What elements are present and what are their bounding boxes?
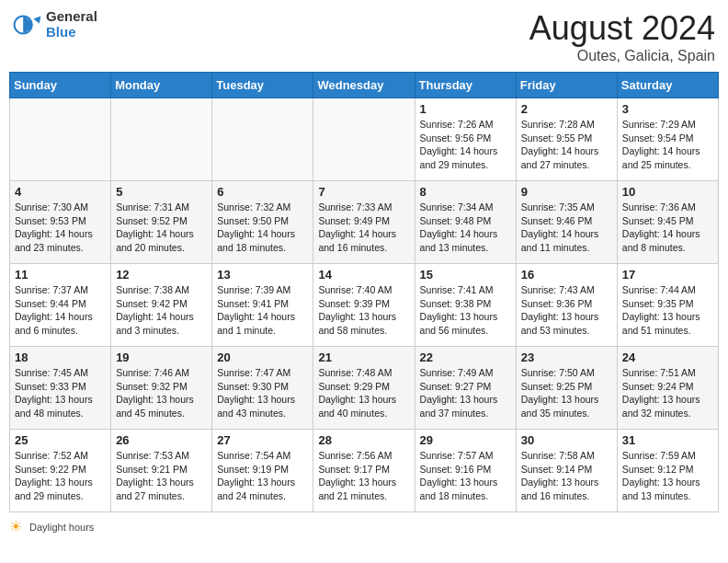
day-number: 18 [15,350,106,364]
day-number: 31 [622,433,713,447]
footer-note: ☀ Daylight hours [9,518,719,535]
calendar-cell: 30Sunrise: 7:58 AM Sunset: 9:14 PM Dayli… [516,430,617,512]
calendar-cell: 19Sunrise: 7:46 AM Sunset: 9:32 PM Dayli… [111,347,212,430]
day-number: 15 [420,268,511,282]
day-header-saturday: Saturday [617,73,718,98]
week-row-1: 1Sunrise: 7:26 AM Sunset: 9:56 PM Daylig… [10,98,719,181]
day-info: Sunrise: 7:41 AM Sunset: 9:38 PM Dayligh… [420,283,511,338]
day-info: Sunrise: 7:26 AM Sunset: 9:56 PM Dayligh… [420,118,511,172]
day-number: 30 [521,433,612,447]
day-info: Sunrise: 7:33 AM Sunset: 9:49 PM Dayligh… [318,201,409,255]
calendar-header: SundayMondayTuesdayWednesdayThursdayFrid… [10,73,719,98]
day-number: 1 [420,102,511,116]
calendar-cell: 22Sunrise: 7:49 AM Sunset: 9:27 PM Dayli… [415,347,516,430]
calendar-cell: 27Sunrise: 7:54 AM Sunset: 9:19 PM Dayli… [212,430,313,512]
day-number: 27 [217,433,308,447]
week-row-3: 11Sunrise: 7:37 AM Sunset: 9:44 PM Dayli… [10,264,719,347]
day-header-sunday: Sunday [10,73,111,98]
day-info: Sunrise: 7:53 AM Sunset: 9:21 PM Dayligh… [116,449,207,503]
day-info: Sunrise: 7:31 AM Sunset: 9:52 PM Dayligh… [116,201,207,255]
calendar-table: SundayMondayTuesdayWednesdayThursdayFrid… [9,72,719,512]
header: General Blue August 2024 Outes, Galicia,… [9,9,719,64]
calendar-cell [212,98,313,181]
calendar-cell [313,98,415,181]
day-number: 6 [217,185,308,199]
day-number: 16 [521,268,612,282]
calendar-cell: 18Sunrise: 7:45 AM Sunset: 9:33 PM Dayli… [10,347,111,430]
calendar-cell: 16Sunrise: 7:43 AM Sunset: 9:36 PM Dayli… [516,264,617,347]
calendar-cell: 23Sunrise: 7:50 AM Sunset: 9:25 PM Dayli… [516,347,617,430]
logo-blue-text: Blue [46,25,97,40]
calendar-cell: 6Sunrise: 7:32 AM Sunset: 9:50 PM Daylig… [212,181,313,264]
day-number: 23 [521,350,612,364]
day-info: Sunrise: 7:58 AM Sunset: 9:14 PM Dayligh… [521,449,612,503]
day-number: 10 [622,185,713,199]
calendar-cell: 12Sunrise: 7:38 AM Sunset: 9:42 PM Dayli… [111,264,212,347]
calendar-cell: 25Sunrise: 7:52 AM Sunset: 9:22 PM Dayli… [10,430,111,512]
logo: General Blue [13,9,97,40]
calendar-cell: 9Sunrise: 7:35 AM Sunset: 9:46 PM Daylig… [516,181,617,264]
calendar-cell: 11Sunrise: 7:37 AM Sunset: 9:44 PM Dayli… [10,264,111,347]
day-info: Sunrise: 7:28 AM Sunset: 9:55 PM Dayligh… [521,118,612,172]
week-row-4: 18Sunrise: 7:45 AM Sunset: 9:33 PM Dayli… [10,347,719,430]
day-number: 9 [521,185,612,199]
day-number: 24 [622,350,713,364]
day-info: Sunrise: 7:46 AM Sunset: 9:32 PM Dayligh… [116,366,207,420]
day-number: 22 [420,350,511,364]
day-info: Sunrise: 7:54 AM Sunset: 9:19 PM Dayligh… [217,449,308,503]
calendar-cell: 17Sunrise: 7:44 AM Sunset: 9:35 PM Dayli… [617,264,718,347]
calendar-cell: 8Sunrise: 7:34 AM Sunset: 9:48 PM Daylig… [415,181,516,264]
calendar-cell: 28Sunrise: 7:56 AM Sunset: 9:17 PM Dayli… [313,430,415,512]
calendar-cell [10,98,111,181]
day-info: Sunrise: 7:36 AM Sunset: 9:45 PM Dayligh… [622,201,713,255]
header-row: SundayMondayTuesdayWednesdayThursdayFrid… [10,73,719,98]
day-header-wednesday: Wednesday [313,73,415,98]
day-number: 5 [116,185,207,199]
main-title: August 2024 [529,9,715,48]
day-number: 14 [318,268,409,282]
week-row-2: 4Sunrise: 7:30 AM Sunset: 9:53 PM Daylig… [10,181,719,264]
calendar-cell: 13Sunrise: 7:39 AM Sunset: 9:41 PM Dayli… [212,264,313,347]
calendar-cell: 4Sunrise: 7:30 AM Sunset: 9:53 PM Daylig… [10,181,111,264]
subtitle: Outes, Galicia, Spain [529,48,715,64]
day-header-tuesday: Tuesday [212,73,313,98]
day-number: 13 [217,268,308,282]
day-header-friday: Friday [516,73,617,98]
day-info: Sunrise: 7:29 AM Sunset: 9:54 PM Dayligh… [622,118,713,172]
day-info: Sunrise: 7:43 AM Sunset: 9:36 PM Dayligh… [521,283,612,338]
day-info: Sunrise: 7:37 AM Sunset: 9:44 PM Dayligh… [15,283,106,338]
week-row-5: 25Sunrise: 7:52 AM Sunset: 9:22 PM Dayli… [10,430,719,512]
day-number: 8 [420,185,511,199]
day-info: Sunrise: 7:50 AM Sunset: 9:25 PM Dayligh… [521,366,612,420]
calendar-cell [111,98,212,181]
title-area: August 2024 Outes, Galicia, Spain [529,9,715,64]
day-header-monday: Monday [111,73,212,98]
day-number: 12 [116,268,207,282]
calendar-cell: 20Sunrise: 7:47 AM Sunset: 9:30 PM Dayli… [212,347,313,430]
calendar-cell: 21Sunrise: 7:48 AM Sunset: 9:29 PM Dayli… [313,347,415,430]
logo-general-text: General [46,9,97,25]
logo-icon [13,10,42,40]
day-info: Sunrise: 7:57 AM Sunset: 9:16 PM Dayligh… [420,449,511,503]
calendar-cell: 24Sunrise: 7:51 AM Sunset: 9:24 PM Dayli… [617,347,718,430]
day-info: Sunrise: 7:47 AM Sunset: 9:30 PM Dayligh… [217,366,308,420]
day-number: 29 [420,433,511,447]
day-info: Sunrise: 7:35 AM Sunset: 9:46 PM Dayligh… [521,201,612,255]
calendar-cell: 5Sunrise: 7:31 AM Sunset: 9:52 PM Daylig… [111,181,212,264]
day-number: 7 [318,185,409,199]
day-number: 3 [622,102,713,116]
day-info: Sunrise: 7:48 AM Sunset: 9:29 PM Dayligh… [318,366,409,420]
calendar-cell: 10Sunrise: 7:36 AM Sunset: 9:45 PM Dayli… [617,181,718,264]
calendar-cell: 2Sunrise: 7:28 AM Sunset: 9:55 PM Daylig… [516,98,617,181]
day-info: Sunrise: 7:40 AM Sunset: 9:39 PM Dayligh… [318,283,409,338]
day-info: Sunrise: 7:38 AM Sunset: 9:42 PM Dayligh… [116,283,207,338]
calendar-cell: 26Sunrise: 7:53 AM Sunset: 9:21 PM Dayli… [111,430,212,512]
calendar-cell: 1Sunrise: 7:26 AM Sunset: 9:56 PM Daylig… [415,98,516,181]
day-number: 2 [521,102,612,116]
day-number: 25 [15,433,106,447]
day-header-thursday: Thursday [415,73,516,98]
logo-text: General Blue [46,9,97,40]
day-info: Sunrise: 7:39 AM Sunset: 9:41 PM Dayligh… [217,283,308,338]
day-info: Sunrise: 7:49 AM Sunset: 9:27 PM Dayligh… [420,366,511,420]
daylight-label: Daylight hours [29,522,94,533]
